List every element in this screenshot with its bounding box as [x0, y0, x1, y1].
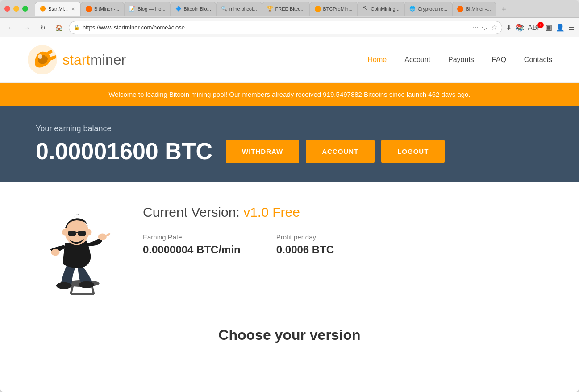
nav-bar: ← → ↻ 🏠 🔒 https://www.startminer.com/hom…	[0, 18, 579, 37]
tab-title-4: Bitcoin Blo...	[184, 6, 211, 12]
maximize-button[interactable]	[22, 6, 28, 12]
nav-faq[interactable]: FAQ	[492, 56, 506, 64]
logo-text: startminer	[62, 52, 126, 68]
star-icon[interactable]: ☆	[491, 23, 497, 32]
site-header: startminer Home Account Payouts FAQ Cont…	[0, 37, 579, 83]
download-icon[interactable]: ⬇	[506, 23, 512, 32]
logout-button[interactable]: LOGOUT	[381, 140, 445, 163]
svg-point-13	[51, 249, 60, 256]
tab-title-2: BitMiner -...	[94, 6, 119, 12]
home-button[interactable]: 🏠	[53, 21, 65, 34]
svg-point-7	[79, 281, 94, 288]
tab-blog[interactable]: 📝 Blog — Ho...	[124, 2, 170, 16]
minimize-button[interactable]	[13, 6, 19, 12]
tab-title-3: Blog — Ho...	[137, 6, 165, 12]
balance-amount: 0.00001600 BTC	[36, 138, 212, 165]
tab-favicon-10	[457, 6, 463, 12]
adblock-badge: 1	[537, 22, 544, 28]
url-actions: ··· 🛡 ☆	[473, 23, 497, 32]
traffic-lights	[4, 6, 28, 12]
tab-favicon: 🟠	[40, 6, 46, 12]
back-button[interactable]: ←	[4, 21, 17, 34]
tab-mine-bitcoin[interactable]: 🔍 mine bitcoi...	[216, 2, 262, 16]
svg-point-14	[62, 229, 67, 235]
security-icon: 🔒	[74, 25, 80, 30]
tab-startminer[interactable]: 🟠 StartMi... ✕	[35, 2, 81, 16]
url-menu-icon[interactable]: ···	[473, 24, 479, 32]
tab-crypto[interactable]: 🌐 Cryptocurre...	[404, 2, 453, 16]
svg-rect-10	[78, 231, 86, 236]
profit-label: Profit per day	[276, 233, 334, 241]
url-text: https://www.startminer.com/home#close	[83, 24, 470, 31]
reload-button[interactable]: ↻	[37, 21, 49, 34]
svg-point-1	[38, 54, 42, 59]
withdraw-button[interactable]: WITHDRAW	[226, 140, 299, 163]
balance-label: Your earning balance	[36, 124, 543, 133]
earning-rate-value: 0.0000004 BTC/min	[143, 243, 241, 256]
site-logo: startminer	[27, 44, 126, 75]
choose-title: Choose your version	[36, 327, 543, 343]
tab-favicon-8: ⛏	[362, 6, 369, 12]
new-tab-button[interactable]: +	[498, 4, 510, 16]
url-bar[interactable]: 🔒 https://www.startminer.com/home#close …	[69, 21, 502, 34]
version-title: Current Version: v1.0 Free	[143, 205, 543, 220]
profit-value: 0.0006 BTC	[276, 243, 334, 256]
svg-rect-9	[68, 231, 76, 236]
earning-rate-label: Earning Rate	[143, 233, 241, 241]
banner: Welcome to leading Bitcoin mining pool! …	[0, 83, 579, 106]
tab-free-btc[interactable]: 🏆 FREE Bitco...	[262, 2, 310, 16]
version-value: v1.0 Free	[243, 205, 300, 219]
tab-title-9: Cryptocurre...	[418, 6, 448, 12]
tab-title-5: mine bitcoi...	[229, 6, 257, 12]
tab-favicon-9: 🌐	[409, 6, 416, 12]
banner-text: Welcome to leading Bitcoin mining pool! …	[108, 91, 470, 98]
mascot-icon	[36, 200, 116, 298]
tab-favicon-5: 🔍	[221, 6, 227, 12]
nav-right: ⬇ 📚 ABP 1 ▣ 👤 ☰	[506, 23, 575, 32]
logo-icon	[27, 44, 58, 75]
tab-close-icon[interactable]: ✕	[70, 6, 76, 12]
forward-button[interactable]: →	[21, 21, 33, 34]
tab-favicon-4: 🔷	[175, 6, 182, 12]
version-label: Current Version:	[143, 205, 240, 219]
adblock-icon[interactable]: ABP 1	[528, 24, 542, 32]
nav-home[interactable]: Home	[368, 56, 387, 64]
page-content: startminer Home Account Payouts FAQ Cont…	[0, 37, 579, 392]
bookmark-icon[interactable]: 🛡	[481, 24, 488, 32]
account-button[interactable]: ACCOUNT	[306, 140, 375, 163]
hero-balance: 0.00001600 BTC WITHDRAW ACCOUNT LOGOUT	[36, 138, 543, 165]
hero-buttons: WITHDRAW ACCOUNT LOGOUT	[226, 140, 445, 163]
stats-row: Earning Rate 0.0000004 BTC/min Profit pe…	[143, 233, 543, 256]
browser-window: 🟠 StartMi... ✕ BitMiner -... 📝 Blog — Ho…	[0, 0, 579, 392]
tab-title-8: CoinMining...	[371, 6, 400, 12]
tab-bitminer[interactable]: BitMiner -...	[81, 2, 124, 16]
sidebar-icon[interactable]: ▣	[546, 23, 552, 32]
tab-favicon-2	[86, 6, 92, 12]
title-bar: 🟠 StartMi... ✕ BitMiner -... 📝 Blog — Ho…	[0, 0, 579, 18]
menu-icon[interactable]: ☰	[568, 23, 575, 32]
logo-end: miner	[90, 52, 126, 68]
stat-earning-rate: Earning Rate 0.0000004 BTC/min	[143, 233, 241, 256]
main-section: Current Version: v1.0 Free Earning Rate …	[0, 182, 579, 318]
profile-icon[interactable]: 👤	[556, 23, 565, 32]
tab-bitcoin-blog[interactable]: 🔷 Bitcoin Blo...	[171, 2, 216, 16]
tab-title-6: FREE Bitco...	[275, 6, 305, 12]
tab-title: StartMi...	[48, 6, 68, 12]
nav-payouts[interactable]: Payouts	[448, 56, 474, 64]
stat-profit: Profit per day 0.0006 BTC	[276, 233, 334, 256]
svg-point-12	[98, 234, 107, 240]
tab-title-7: BTCProMin...	[323, 6, 353, 12]
tab-favicon-7	[315, 6, 321, 12]
library-icon[interactable]: 📚	[515, 23, 524, 32]
hero-section: Your earning balance 0.00001600 BTC WITH…	[0, 106, 579, 182]
nav-account[interactable]: Account	[404, 56, 430, 64]
choose-section: Choose your version	[0, 318, 579, 361]
nav-contacts[interactable]: Contacts	[524, 56, 552, 64]
tab-btcpromin[interactable]: BTCProMin...	[310, 2, 358, 16]
close-button[interactable]	[4, 6, 10, 12]
tab-coinmining[interactable]: ⛏ CoinMining...	[358, 2, 404, 16]
info-area: Current Version: v1.0 Free Earning Rate …	[143, 200, 543, 256]
tab-favicon-3: 📝	[129, 6, 135, 12]
tab-bitminer2[interactable]: BitMiner -...	[452, 2, 496, 16]
svg-point-6	[56, 282, 71, 289]
